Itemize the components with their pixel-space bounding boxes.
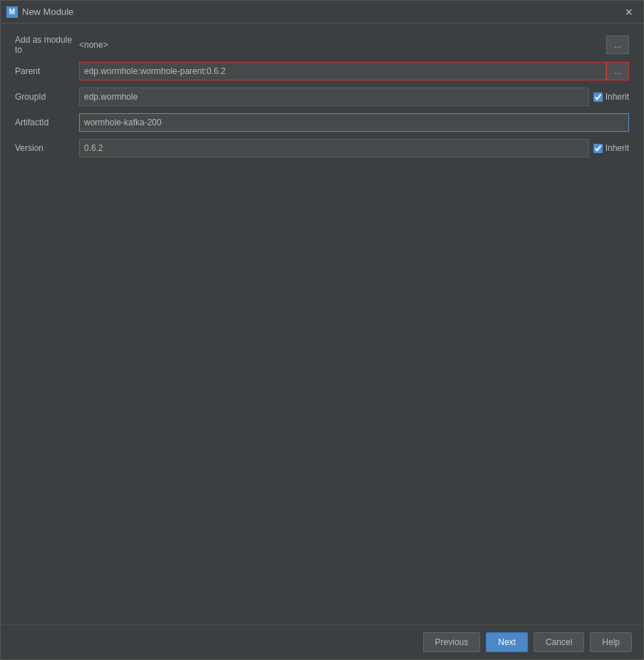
version-label: Version: [15, 143, 79, 153]
cancel-button[interactable]: Cancel: [534, 632, 584, 652]
artifactid-field-group: [79, 113, 629, 132]
version-input[interactable]: [79, 139, 589, 157]
titlebar-left: M New Module: [6, 6, 73, 18]
groupid-inherit-label[interactable]: Inherit: [606, 92, 629, 102]
groupid-label: GroupId: [15, 92, 79, 102]
groupid-input[interactable]: [79, 88, 589, 106]
next-button[interactable]: Next: [486, 632, 528, 652]
add-as-module-label: Add as module to: [15, 35, 79, 55]
add-as-module-value: <none>: [79, 40, 606, 50]
version-row: Version Inherit: [15, 139, 629, 157]
groupid-inherit-checkbox[interactable]: [593, 93, 603, 102]
new-module-dialog: M New Module ✕ Add as module to <none> .…: [0, 0, 644, 660]
add-as-module-field-group: <none>: [79, 40, 606, 50]
version-field-group: Inherit: [79, 139, 629, 157]
close-button[interactable]: ✕: [620, 4, 638, 21]
parent-input[interactable]: [79, 62, 606, 80]
titlebar: M New Module ✕: [1, 1, 643, 23]
parent-label: Parent: [15, 66, 79, 76]
groupid-inherit-group: Inherit: [593, 92, 629, 102]
dialog-icon: M: [6, 6, 18, 18]
parent-row: Parent ...: [15, 62, 629, 80]
groupid-row: GroupId Inherit: [15, 88, 629, 106]
parent-field-group: [79, 62, 606, 80]
dialog-title: New Module: [22, 6, 73, 17]
help-button[interactable]: Help: [590, 632, 632, 652]
groupid-field-group: Inherit: [79, 88, 629, 106]
add-as-module-row: Add as module to <none> ...: [15, 35, 629, 55]
previous-button[interactable]: Previous: [423, 632, 481, 652]
dialog-content: Add as module to <none> ... Parent ... G…: [1, 23, 643, 624]
version-inherit-group: Inherit: [593, 143, 629, 153]
artifactid-label: ArtifactId: [15, 117, 79, 127]
dialog-footer: Previous Next Cancel Help: [1, 624, 643, 659]
version-inherit-label[interactable]: Inherit: [606, 143, 629, 153]
parent-browse-button[interactable]: ...: [606, 62, 629, 80]
artifactid-input[interactable]: [79, 113, 629, 132]
version-inherit-checkbox[interactable]: [593, 144, 603, 153]
artifactid-row: ArtifactId: [15, 113, 629, 132]
main-empty-area: [15, 164, 629, 613]
add-as-module-button[interactable]: ...: [606, 36, 629, 54]
